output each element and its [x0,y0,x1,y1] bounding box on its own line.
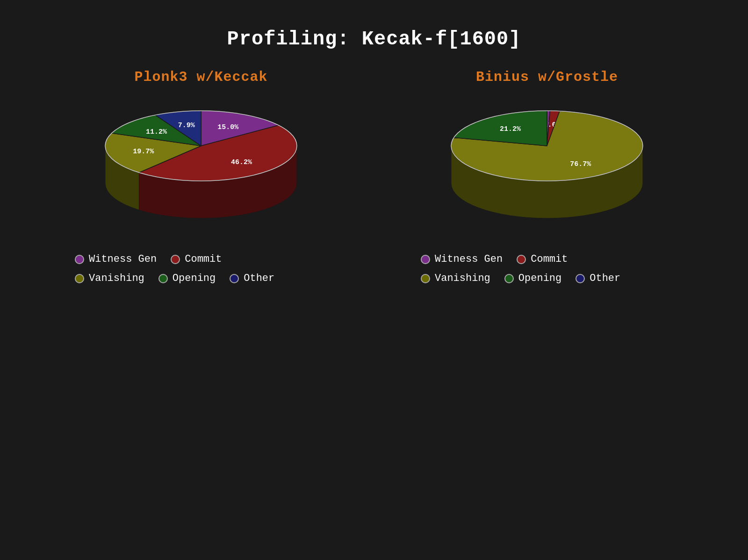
legend-dot-vanishing-2 [421,274,430,283]
page-title: Profiling: Kecak-f[1600] [0,0,748,50]
svg-text:21.2%: 21.2% [500,125,521,133]
legend-dot-commit-1 [171,255,180,264]
legend-dot-other-1 [230,274,239,283]
legend-group-2: Witness Gen Commit Vanishing Opening Oth… [421,253,673,284]
svg-text:19.7%: 19.7% [133,148,154,156]
legend-label-other-2: Other [590,273,620,284]
legend-dot-vanishing-1 [75,274,84,283]
legend-label-opening-1: Opening [173,273,216,284]
legend-label-witness-gen-2: Witness Gen [435,253,503,265]
legend-item-commit-2: Commit [517,253,568,265]
svg-text:15.0%: 15.0% [217,123,239,131]
legend-row-2-1: Witness Gen Commit [421,253,673,265]
legend-item-other-1: Other [230,273,274,284]
legend-dot-witness-gen-1 [75,255,84,264]
legend-group-1: Witness Gen Commit Vanishing Opening Oth… [75,253,327,284]
svg-text:76.7%: 76.7% [570,160,591,168]
legend-dot-other-2 [575,274,585,283]
legend-row-1-1: Witness Gen Commit [75,253,327,265]
legend-label-opening-2: Opening [518,273,561,284]
legend-item-opening-2: Opening [504,273,561,284]
legend-label-commit-1: Commit [185,253,222,265]
legend-item-opening-1: Opening [158,273,216,284]
legend-item-witness-gen-1: Witness Gen [75,253,157,265]
chart-title-1: Plonk3 w/Keccak [134,69,267,85]
charts-container: Plonk3 w/Keccak 15.0%46.2%19.7%11.2%7.9%… [0,50,748,235]
chart-title-2: Binius w/Grostle [476,69,618,85]
legend-row-1-2: Vanishing Opening Other [75,273,327,284]
legend-label-other-1: Other [244,273,274,284]
cylinder-1: 15.0%46.2%19.7%11.2%7.9% [98,94,304,235]
svg-text:11.2%: 11.2% [146,128,167,136]
legend-label-vanishing-2: Vanishing [435,273,490,284]
legend-item-witness-gen-2: Witness Gen [421,253,503,265]
legend-dot-commit-2 [517,255,526,264]
legend-label-vanishing-1: Vanishing [89,273,144,284]
legend-item-commit-1: Commit [171,253,222,265]
legend-dot-opening-2 [504,274,514,283]
legend-dot-witness-gen-2 [421,255,430,264]
legend-row-2-2: Vanishing Opening Other [421,273,673,284]
legend-label-witness-gen-1: Witness Gen [89,253,157,265]
cylinder-2: 0.5%1.6%76.7%21.2% [444,94,650,235]
svg-text:7.9%: 7.9% [178,122,195,129]
legend-item-vanishing-2: Vanishing [421,273,490,284]
chart-section-2: Binius w/Grostle 0.5%1.6%76.7%21.2% [411,69,683,235]
legend-dot-opening-1 [158,274,168,283]
legend-item-other-2: Other [575,273,620,284]
legend-item-vanishing-1: Vanishing [75,273,144,284]
chart-section-1: Plonk3 w/Keccak 15.0%46.2%19.7%11.2%7.9% [65,69,337,235]
svg-text:46.2%: 46.2% [231,158,252,166]
legend-label-commit-2: Commit [531,253,568,265]
